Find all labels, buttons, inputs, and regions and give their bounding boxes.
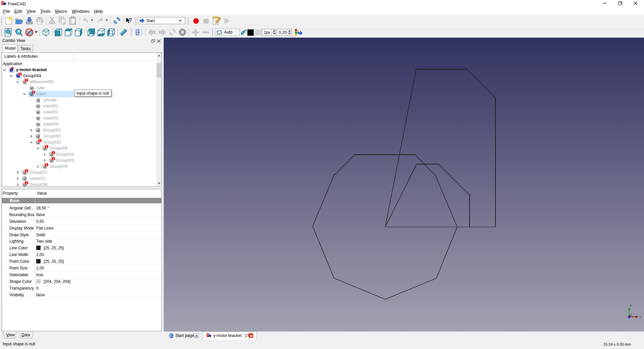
svg-text:X: X [639,315,641,318]
svg-text:Data: Data [21,333,30,337]
svg-text:Y: Y [630,304,632,307]
svg-text:View: View [6,333,15,337]
svg-text:Z: Z [630,313,632,316]
